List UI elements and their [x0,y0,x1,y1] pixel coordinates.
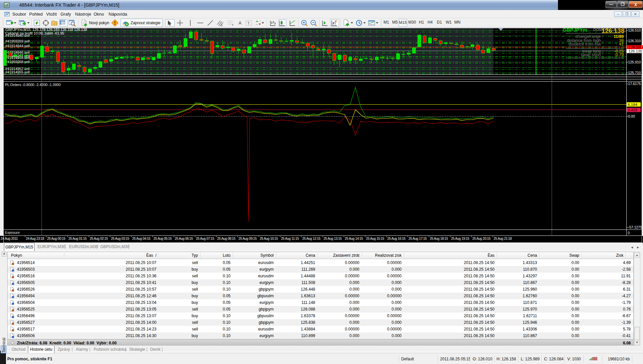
svg-text:25 Aug 13:15: 25 Aug 13:15 [323,237,342,240]
svg-text:PL Orders -0.8000 -2.4200 -1.3: PL Orders -0.8000 -2.4200 -1.3900 [5,83,61,87]
svg-text:E: E [221,24,223,27]
svg-text:swap short :: swap short : [581,52,603,57]
svg-text:25 Aug 21:18: 25 Aug 21:18 [494,237,512,240]
svg-text:25 Aug 11:15: 25 Aug 11:15 [281,237,299,240]
svg-text:-0.79: -0.79 [614,52,624,57]
svg-text:25 Aug 04:15: 25 Aug 04:15 [132,237,151,240]
svg-text:24 Aug 2011: 24 Aug 2011 [1,237,18,240]
svg-text:0.00: 0.00 [628,114,635,118]
svg-text:25 Aug 19:15: 25 Aug 19:15 [451,237,470,240]
svg-text:T: T [247,21,250,25]
svg-text:25 Aug 14:15: 25 Aug 14:15 [345,237,363,240]
svg-text:126.138: 126.138 [628,49,642,53]
svg-text:25 Aug 03:15: 25 Aug 03:15 [111,237,130,240]
svg-text:25 Aug 08:15: 25 Aug 08:15 [217,237,236,240]
svg-text:25 Aug 16:15: 25 Aug 16:15 [387,237,406,240]
svg-text:126.510: 126.510 [628,28,641,32]
svg-text:6.184: 6.184 [628,103,637,107]
svg-text:0: 0 [628,231,630,235]
svg-text:3.428: 3.428 [628,108,637,112]
svg-text:25 Aug 18:15: 25 Aug 18:15 [430,237,448,240]
svg-text:Exposure: Exposure [5,230,20,234]
svg-text:25 Aug 02:15: 25 Aug 02:15 [90,237,108,240]
svg-text:25 Aug 12:15: 25 Aug 12:15 [302,237,321,240]
svg-text:126.195: 126.195 [628,45,642,49]
svg-text:#41959268 sell: #41959268 sell [5,60,30,64]
svg-text:GBPJPYm: GBPJPYm [563,28,587,33]
svg-text:25 Aug 17:15: 25 Aug 17:15 [409,237,427,240]
svg-text:Cekame na profit 10.00, zatim: Cekame na profit 10.00, zatim -61.95 [5,31,64,35]
svg-text:25 Aug 05:15: 25 Aug 05:15 [153,237,172,240]
svg-text:24 Aug 23:18: 24 Aug 23:18 [26,237,45,240]
svg-text:125.910: 125.910 [628,60,641,64]
svg-text:distance from low :: distance from low : [569,42,603,46]
svg-text:25 Aug 01:15: 25 Aug 01:15 [68,237,87,240]
svg-text:17.6175: 17.6175 [628,82,641,86]
svg-text:25 Aug 10:15: 25 Aug 10:15 [260,237,278,240]
svg-text:25 Aug 06:15: 25 Aug 06:15 [175,237,193,240]
svg-text:25 Aug 15:15: 25 Aug 15:15 [366,237,385,240]
svg-text:F: F [232,24,233,26]
svg-text:25 Aug 07:15: 25 Aug 07:15 [196,237,215,240]
svg-text:#41959269 sell: #41959269 sell [5,39,30,43]
svg-text:125.710: 125.710 [628,71,641,75]
svg-text:41: 41 [619,42,624,46]
svg-text:#41914955 sell: #41914955 sell [5,70,30,74]
svg-text:25 Aug 20:15: 25 Aug 20:15 [472,237,491,240]
svg-text:25 Aug 00:15: 25 Aug 00:15 [47,237,66,240]
svg-text:126.310: 126.310 [628,39,641,43]
svg-text:#41914944 sell: #41914944 sell [5,44,30,48]
svg-text:A: A [238,20,242,26]
svg-text:-57.1275: -57.1275 [628,225,642,229]
svg-text:25 Aug 09:15: 25 Aug 09:15 [238,237,257,240]
